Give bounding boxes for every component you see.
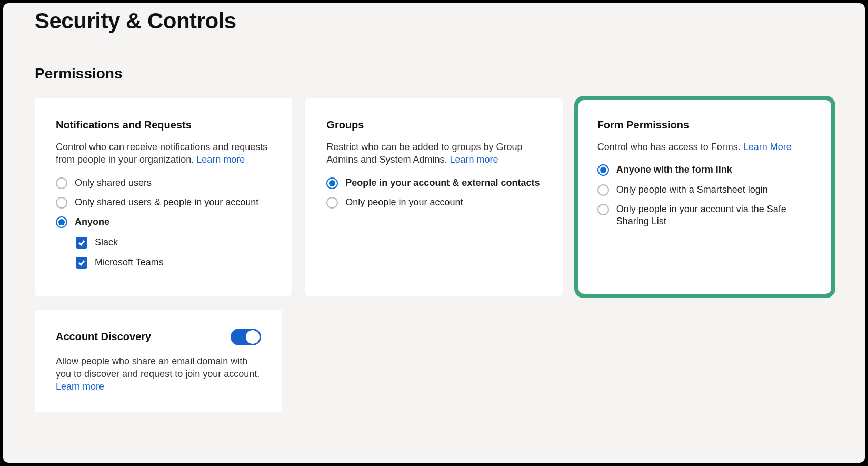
card-form-permissions: Form Permissions Control who has access …: [576, 98, 833, 296]
radio-label: People in your account & external contac…: [345, 177, 540, 189]
radio-forms-smartsheet-login[interactable]: Only people with a Smartsheet login: [597, 184, 812, 196]
permissions-cards-row: Notifications and Requests Control who c…: [35, 98, 833, 296]
checkbox-icon: [76, 237, 87, 249]
card-desc-text-discovery: Allow people who share an email domain w…: [56, 356, 260, 379]
learn-more-link-groups[interactable]: Learn more: [450, 154, 498, 165]
radio-icon: [326, 177, 338, 189]
page-title: Security & Controls: [35, 8, 833, 34]
learn-more-link-discovery[interactable]: Learn more: [56, 381, 104, 392]
checkbox-label: Slack: [95, 237, 118, 248]
card-desc-groups: Restrict who can be added to groups by G…: [326, 141, 541, 166]
card-desc-forms: Control who has access to Forms. Learn M…: [597, 141, 812, 153]
card-groups: Groups Restrict who can be added to grou…: [305, 98, 562, 296]
radio-label: Only people with a Smartsheet login: [616, 184, 768, 196]
radio-notifications-anyone[interactable]: Anyone: [56, 216, 271, 228]
checkbox-slack[interactable]: Slack: [76, 237, 271, 249]
radio-notifications-shared-users[interactable]: Only shared users: [56, 177, 271, 189]
radio-icon: [56, 216, 67, 228]
learn-more-link-forms[interactable]: Learn More: [743, 142, 792, 152]
checkbox-teams[interactable]: Microsoft Teams: [76, 257, 271, 269]
radio-icon: [597, 164, 609, 176]
card-desc-discovery: Allow people who share an email domain w…: [56, 355, 261, 393]
card-header-discovery: Account Discovery: [56, 329, 261, 345]
card-notifications: Notifications and Requests Control who c…: [35, 98, 292, 296]
radio-icon: [326, 197, 338, 209]
card-title-discovery: Account Discovery: [56, 331, 151, 343]
radio-label: Anyone with the form link: [616, 164, 732, 176]
radio-icon: [597, 204, 609, 215]
learn-more-link-notifications[interactable]: Learn more: [196, 154, 245, 165]
card-title-groups: Groups: [326, 119, 541, 131]
radio-notifications-shared-account[interactable]: Only shared users & people in your accou…: [56, 196, 271, 209]
notifications-sub-checks: Slack Microsoft Teams: [76, 237, 271, 269]
page-frame: Security & Controls Permissions Notifica…: [3, 3, 865, 463]
radio-groups-account-only[interactable]: Only people in your account: [326, 196, 541, 209]
radio-icon: [597, 184, 609, 196]
card-desc-text-forms: Control who has access to Forms.: [597, 142, 743, 152]
checkbox-label: Microsoft Teams: [95, 257, 164, 268]
card-title-forms: Form Permissions: [597, 119, 812, 131]
radio-label: Only people in your account via the Safe…: [616, 203, 812, 228]
radio-icon: [56, 197, 67, 209]
checkbox-icon: [76, 257, 87, 269]
radio-label: Only shared users: [75, 177, 152, 189]
section-title-permissions: Permissions: [35, 65, 833, 82]
card-account-discovery: Account Discovery Allow people who share…: [35, 310, 282, 412]
radio-icon: [56, 177, 67, 189]
radio-label: Only people in your account: [345, 196, 463, 209]
card-desc-notifications: Control who can receive notifications an…: [56, 141, 271, 166]
toggle-account-discovery[interactable]: [231, 329, 261, 345]
radio-groups-external[interactable]: People in your account & external contac…: [326, 177, 541, 189]
card-title-notifications: Notifications and Requests: [56, 119, 271, 131]
radio-forms-safe-sharing[interactable]: Only people in your account via the Safe…: [597, 203, 812, 228]
radio-forms-anyone-link[interactable]: Anyone with the form link: [597, 164, 812, 176]
radio-label: Only shared users & people in your accou…: [75, 196, 258, 209]
radio-label: Anyone: [75, 216, 109, 228]
